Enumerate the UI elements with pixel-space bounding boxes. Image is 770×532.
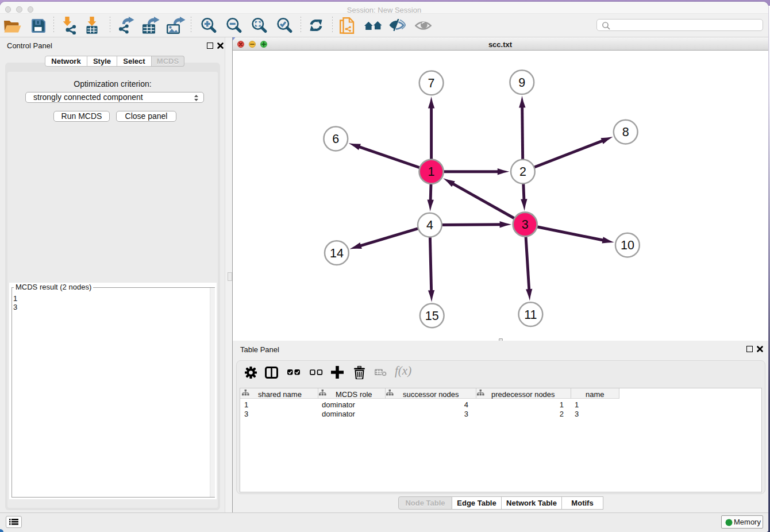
svg-text:1: 1 [428, 165, 435, 179]
svg-text:7: 7 [428, 76, 435, 90]
svg-text:9: 9 [518, 76, 525, 90]
svg-text:15: 15 [425, 309, 439, 323]
svg-text:14: 14 [330, 246, 344, 260]
svg-text:4: 4 [426, 218, 433, 232]
svg-text:8: 8 [622, 125, 629, 139]
svg-text:3: 3 [522, 218, 529, 232]
svg-text:11: 11 [524, 308, 537, 322]
svg-text:2: 2 [519, 165, 526, 179]
svg-text:6: 6 [332, 132, 339, 146]
svg-text:10: 10 [621, 238, 634, 252]
